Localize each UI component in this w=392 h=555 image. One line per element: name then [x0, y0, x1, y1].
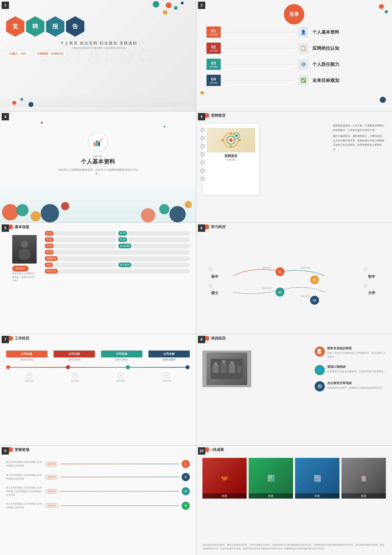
award-item-1: 输入文本内容输入文本内容输入文本内容输入文本内容 道格资源 1	[6, 460, 190, 468]
label-name: 姓 名	[45, 231, 54, 236]
date-badge: 汇报时间： XX年XX月	[34, 51, 67, 57]
svg-rect-10	[230, 132, 232, 135]
toc-label-4: 未来目标规划	[312, 77, 382, 83]
svg-point-16	[21, 241, 28, 248]
toc-item-1: 01 OPTION 👤 个人基本资料	[206, 27, 382, 38]
field-address: 现在任址	[45, 269, 190, 274]
award-num-label-4: 4	[185, 504, 187, 508]
award-item-4: 输入文本内容输入文本内容输入文本内容输入文本内容 道格资源 4	[6, 502, 190, 510]
ring-4	[201, 152, 205, 156]
label-weight: 体 重	[45, 244, 54, 248]
cell-performance: 10 1性成果 🤝 标题 📊 标题 📈 标题 📋 标题	[196, 446, 392, 555]
svg-text:硕士: 硕士	[211, 291, 218, 295]
training-text-2: 英语口语特训 日常基本口语基本问题处理，口腔对外客户使用英语...	[327, 365, 385, 373]
toc-divider-2	[225, 48, 294, 49]
tl-node-3	[126, 365, 130, 369]
svg-rect-41	[229, 364, 235, 373]
company-date-3: 20XX-20XX	[101, 358, 142, 361]
part-icon-circle	[88, 132, 108, 152]
value-address	[59, 269, 190, 274]
field-phone: 电话	[45, 263, 116, 267]
award-line-3	[60, 491, 179, 491]
training-title-2: 英语口语特训	[327, 365, 385, 369]
company-date-2: 20XX-20XX	[54, 358, 95, 361]
value-ethnicity	[128, 237, 189, 242]
award-line-1	[60, 464, 179, 464]
label-address: 现在任址	[45, 269, 58, 274]
award-num-2: 2	[182, 473, 190, 481]
toc-num-04: 04 OPTION	[206, 75, 221, 86]
part-label: part 01	[57, 155, 139, 158]
tl-line-1	[10, 367, 66, 368]
award-num-label-1: 1	[185, 462, 187, 466]
dc-6	[141, 208, 155, 222]
decor-circles	[0, 190, 196, 222]
perf-photos: 🤝 标题 📊 标题 📈 标题 📋 标题	[203, 458, 386, 499]
perf-photo-3: 📈 标题	[295, 458, 340, 499]
award-text-2: 输入文本内容输入文本内容输入文本内容输入文本内容	[6, 473, 43, 481]
training-desc-3: 熟练操作办公软件，能够独立完成会议ppt培训工作。	[327, 386, 385, 390]
svg-point-44	[222, 360, 225, 363]
label-hometown: 籍 贯	[45, 250, 54, 255]
svg-text:03: 03	[313, 299, 316, 302]
notebook-content: 竞聘宣言 道格资源	[203, 124, 259, 165]
sh-title-8: 培训经历	[211, 336, 226, 341]
conference-icon	[211, 359, 243, 379]
svg-text:04: 04	[313, 278, 316, 282]
toc-divider-4	[225, 80, 294, 81]
cell-toc: 2 目录 01 OPTION 👤 个人基本资料 02	[196, 0, 392, 111]
pp-overlay-4: 📋	[341, 458, 386, 499]
svg-rect-2	[98, 142, 100, 146]
toc-num-02: 02 OPTION	[206, 43, 221, 54]
svg-rect-36	[363, 268, 367, 272]
cell-education: 6 学习经历 01 02 03 04	[196, 223, 392, 334]
svg-text:大学: 大学	[368, 291, 375, 295]
main-grid: 1 CATALOG 竞 聘 报 告 个人简历 岗位竞聘 职业规划 竞聘述职 re…	[0, 0, 392, 555]
cell-number-6: 6	[198, 225, 205, 232]
declaration-text: 我想我应该成为一个实干家，不需要那些哗哗叫的表演形式，工作欢乐及生活造就了我。 …	[333, 124, 386, 153]
pp-overlay-1: 🤝	[203, 458, 247, 499]
training-desc-2: 日常基本口语基本问题处理，口腔对外客户使用英语...	[327, 370, 385, 373]
training-desc-1: 具有一定会计计划和实际工作经验职书，可以与部门人员进行...	[327, 351, 386, 359]
company-date-1: 20XX-20XX	[6, 358, 47, 361]
cell-training: 8 培训经历 📝	[196, 334, 392, 445]
add-name-button[interactable]: 添加姓名	[12, 266, 29, 271]
notebook-rings	[201, 128, 205, 191]
info-row-5: 婚姻状况	[45, 256, 190, 261]
company-date-4: 20XX-20XX	[148, 358, 190, 361]
toc-divider-3	[225, 64, 294, 65]
award-desc-1: 输入文本内容输入文本内容输入文本内容输入文本内容	[6, 460, 43, 467]
ring-6	[201, 169, 205, 173]
svg-point-5	[100, 141, 100, 142]
sh-title-6: 学习经历	[211, 225, 226, 229]
award-item-3: 输入文本内容输入文本内容输入文本内容输入文本内容输入文本内容输入文本内容 道格资…	[6, 486, 190, 497]
section-header-10: 1性成果	[204, 447, 224, 452]
svg-text:道格资源: 道格资源	[261, 266, 271, 269]
notebook-title: 竞聘宣言	[207, 154, 255, 158]
svg-point-17	[18, 249, 30, 259]
work-desc-1: 道格资源	[6, 380, 52, 382]
svg-rect-13	[238, 139, 241, 141]
toc-label-3: 个人胜任能力	[312, 61, 382, 67]
toc-num-01: 01 OPTION	[206, 27, 221, 38]
work-timeline: 公司名称 20XX-20XX 公司名称 20XX-20XX 公司名称 20XX-…	[6, 351, 190, 382]
company-name-3: 公司名称	[101, 351, 142, 358]
section-header-5: 基本信息	[8, 225, 29, 229]
label-politics: 政治面貌	[118, 244, 131, 248]
toc-num-label-4: 04	[211, 77, 216, 82]
toc-items-container: 01 OPTION 👤 个人基本资料 02 OPTION 📋 应聘岗位认知 03	[206, 27, 382, 91]
svg-point-3	[94, 143, 94, 143]
toc-circle: 目录	[284, 4, 304, 24]
toc-opt-2: OPTION	[210, 50, 217, 52]
field-age: 年 龄	[45, 237, 116, 242]
award-desc-2: 输入文本内容输入文本内容输入文本内容输入文本内容	[6, 473, 43, 481]
training-icon-3: ⚙️	[315, 381, 325, 391]
cell-number-7: 7	[2, 336, 9, 343]
training-item-1: 📝 财务专业知识培训 具有一定会计计划和实际工作经验职书，可以与部门人员进行..…	[315, 346, 386, 359]
dot-orange-md	[163, 10, 167, 15]
info-row-1: 姓 名 性 别	[45, 231, 190, 236]
cell-work: 7 工作经历 公司名称 20XX-20XX 公司名称 20XX-20XX 公司名…	[0, 334, 196, 445]
tl-node-4	[186, 365, 189, 369]
award-badge-2: 道格资源	[45, 475, 58, 479]
award-line-4	[60, 505, 179, 506]
